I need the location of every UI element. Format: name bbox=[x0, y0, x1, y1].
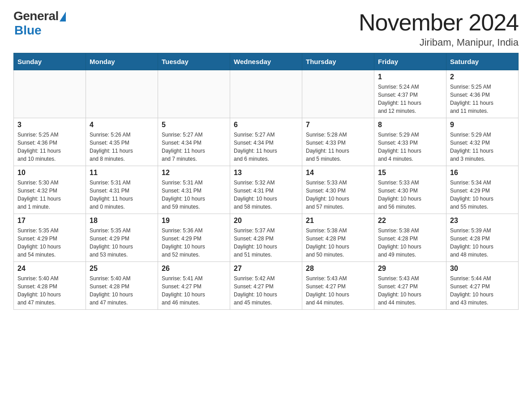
day-number: 22 bbox=[378, 217, 442, 225]
logo-blue-text: Blue bbox=[14, 23, 42, 38]
logo-triangle-icon bbox=[60, 12, 66, 21]
calendar-cell: 19Sunrise: 5:36 AMSunset: 4:29 PMDayligh… bbox=[158, 214, 230, 262]
day-number: 5 bbox=[162, 121, 226, 129]
calendar-header: SundayMondayTuesdayWednesdayThursdayFrid… bbox=[14, 53, 519, 70]
day-info: Sunrise: 5:34 AMSunset: 4:29 PMDaylight:… bbox=[450, 179, 515, 211]
calendar-cell: 22Sunrise: 5:38 AMSunset: 4:28 PMDayligh… bbox=[374, 214, 446, 262]
day-info: Sunrise: 5:43 AMSunset: 4:27 PMDaylight:… bbox=[306, 274, 370, 307]
calendar-cell: 18Sunrise: 5:35 AMSunset: 4:29 PMDayligh… bbox=[86, 214, 158, 262]
day-info: Sunrise: 5:25 AMSunset: 4:36 PMDaylight:… bbox=[450, 83, 515, 115]
page-header: General Blue November 2024 Jiribam, Mani… bbox=[13, 9, 519, 48]
calendar-cell bbox=[230, 70, 302, 118]
calendar-cell: 27Sunrise: 5:42 AMSunset: 4:27 PMDayligh… bbox=[230, 262, 302, 310]
calendar-cell: 4Sunrise: 5:26 AMSunset: 4:35 PMDaylight… bbox=[86, 118, 158, 166]
calendar-cell: 1Sunrise: 5:24 AMSunset: 4:37 PMDaylight… bbox=[374, 70, 446, 118]
weekday-header-tuesday: Tuesday bbox=[158, 53, 230, 70]
day-info: Sunrise: 5:33 AMSunset: 4:30 PMDaylight:… bbox=[306, 179, 370, 211]
calendar-cell: 30Sunrise: 5:44 AMSunset: 4:27 PMDayligh… bbox=[446, 262, 519, 310]
day-info: Sunrise: 5:35 AMSunset: 4:29 PMDaylight:… bbox=[90, 227, 154, 259]
weekday-header-saturday: Saturday bbox=[446, 53, 519, 70]
day-number: 8 bbox=[378, 121, 442, 129]
day-number: 3 bbox=[17, 121, 82, 129]
day-number: 26 bbox=[162, 265, 226, 273]
calendar-cell bbox=[302, 70, 374, 118]
day-info: Sunrise: 5:35 AMSunset: 4:29 PMDaylight:… bbox=[17, 227, 82, 259]
location-text: Jiribam, Manipur, India bbox=[359, 37, 519, 48]
calendar-cell: 29Sunrise: 5:43 AMSunset: 4:27 PMDayligh… bbox=[374, 262, 446, 310]
day-number: 4 bbox=[90, 121, 154, 129]
weekday-header-thursday: Thursday bbox=[302, 53, 374, 70]
day-number: 11 bbox=[90, 169, 154, 177]
day-info: Sunrise: 5:33 AMSunset: 4:30 PMDaylight:… bbox=[378, 179, 442, 211]
day-info: Sunrise: 5:27 AMSunset: 4:34 PMDaylight:… bbox=[234, 131, 298, 163]
day-number: 1 bbox=[378, 73, 442, 81]
day-number: 19 bbox=[162, 217, 226, 225]
title-section: November 2024 Jiribam, Manipur, India bbox=[359, 9, 519, 48]
day-info: Sunrise: 5:40 AMSunset: 4:28 PMDaylight:… bbox=[90, 274, 154, 307]
day-info: Sunrise: 5:26 AMSunset: 4:35 PMDaylight:… bbox=[90, 131, 154, 163]
weekday-header-row: SundayMondayTuesdayWednesdayThursdayFrid… bbox=[14, 53, 519, 70]
logo: General Blue bbox=[13, 9, 66, 38]
day-number: 7 bbox=[306, 121, 370, 129]
calendar-week-row: 10Sunrise: 5:30 AMSunset: 4:32 PMDayligh… bbox=[14, 166, 519, 214]
weekday-header-monday: Monday bbox=[86, 53, 158, 70]
calendar-week-row: 1Sunrise: 5:24 AMSunset: 4:37 PMDaylight… bbox=[14, 70, 519, 118]
calendar-week-row: 24Sunrise: 5:40 AMSunset: 4:28 PMDayligh… bbox=[14, 262, 519, 310]
calendar-cell: 3Sunrise: 5:25 AMSunset: 4:36 PMDaylight… bbox=[14, 118, 86, 166]
calendar-cell: 16Sunrise: 5:34 AMSunset: 4:29 PMDayligh… bbox=[446, 166, 519, 214]
weekday-header-friday: Friday bbox=[374, 53, 446, 70]
day-info: Sunrise: 5:31 AMSunset: 4:31 PMDaylight:… bbox=[90, 179, 154, 211]
calendar-cell: 8Sunrise: 5:29 AMSunset: 4:33 PMDaylight… bbox=[374, 118, 446, 166]
day-number: 9 bbox=[450, 121, 515, 129]
calendar-cell bbox=[14, 70, 86, 118]
calendar-body: 1Sunrise: 5:24 AMSunset: 4:37 PMDaylight… bbox=[14, 70, 519, 310]
day-number: 13 bbox=[234, 169, 298, 177]
day-number: 15 bbox=[378, 169, 442, 177]
day-info: Sunrise: 5:27 AMSunset: 4:34 PMDaylight:… bbox=[162, 131, 226, 163]
day-number: 21 bbox=[306, 217, 370, 225]
calendar-cell: 25Sunrise: 5:40 AMSunset: 4:28 PMDayligh… bbox=[86, 262, 158, 310]
day-info: Sunrise: 5:29 AMSunset: 4:32 PMDaylight:… bbox=[450, 131, 515, 163]
day-number: 12 bbox=[162, 169, 226, 177]
calendar-cell bbox=[86, 70, 158, 118]
day-number: 23 bbox=[450, 217, 515, 225]
day-info: Sunrise: 5:42 AMSunset: 4:27 PMDaylight:… bbox=[234, 274, 298, 307]
day-number: 18 bbox=[90, 217, 154, 225]
calendar-cell: 20Sunrise: 5:37 AMSunset: 4:28 PMDayligh… bbox=[230, 214, 302, 262]
day-info: Sunrise: 5:28 AMSunset: 4:33 PMDaylight:… bbox=[306, 131, 370, 163]
calendar-week-row: 17Sunrise: 5:35 AMSunset: 4:29 PMDayligh… bbox=[14, 214, 519, 262]
calendar-cell: 23Sunrise: 5:39 AMSunset: 4:28 PMDayligh… bbox=[446, 214, 519, 262]
calendar-cell: 15Sunrise: 5:33 AMSunset: 4:30 PMDayligh… bbox=[374, 166, 446, 214]
day-info: Sunrise: 5:30 AMSunset: 4:32 PMDaylight:… bbox=[17, 179, 82, 211]
calendar-cell bbox=[158, 70, 230, 118]
day-info: Sunrise: 5:38 AMSunset: 4:28 PMDaylight:… bbox=[306, 227, 370, 259]
day-number: 16 bbox=[450, 169, 515, 177]
day-number: 17 bbox=[17, 217, 82, 225]
calendar-cell: 11Sunrise: 5:31 AMSunset: 4:31 PMDayligh… bbox=[86, 166, 158, 214]
day-info: Sunrise: 5:43 AMSunset: 4:27 PMDaylight:… bbox=[378, 274, 442, 307]
day-number: 2 bbox=[450, 73, 515, 81]
day-info: Sunrise: 5:25 AMSunset: 4:36 PMDaylight:… bbox=[17, 131, 82, 163]
calendar-cell: 28Sunrise: 5:43 AMSunset: 4:27 PMDayligh… bbox=[302, 262, 374, 310]
calendar-cell: 14Sunrise: 5:33 AMSunset: 4:30 PMDayligh… bbox=[302, 166, 374, 214]
calendar-cell: 7Sunrise: 5:28 AMSunset: 4:33 PMDaylight… bbox=[302, 118, 374, 166]
logo-general-text: General bbox=[13, 9, 59, 23]
day-number: 14 bbox=[306, 169, 370, 177]
day-info: Sunrise: 5:29 AMSunset: 4:33 PMDaylight:… bbox=[378, 131, 442, 163]
day-number: 10 bbox=[17, 169, 82, 177]
day-number: 6 bbox=[234, 121, 298, 129]
calendar-table: SundayMondayTuesdayWednesdayThursdayFrid… bbox=[13, 53, 519, 310]
weekday-header-sunday: Sunday bbox=[14, 53, 86, 70]
calendar-cell: 2Sunrise: 5:25 AMSunset: 4:36 PMDaylight… bbox=[446, 70, 519, 118]
calendar-cell: 26Sunrise: 5:41 AMSunset: 4:27 PMDayligh… bbox=[158, 262, 230, 310]
calendar-cell: 9Sunrise: 5:29 AMSunset: 4:32 PMDaylight… bbox=[446, 118, 519, 166]
day-number: 27 bbox=[234, 265, 298, 273]
day-number: 20 bbox=[234, 217, 298, 225]
day-number: 25 bbox=[90, 265, 154, 273]
calendar-cell: 6Sunrise: 5:27 AMSunset: 4:34 PMDaylight… bbox=[230, 118, 302, 166]
day-info: Sunrise: 5:40 AMSunset: 4:28 PMDaylight:… bbox=[17, 274, 82, 307]
calendar-week-row: 3Sunrise: 5:25 AMSunset: 4:36 PMDaylight… bbox=[14, 118, 519, 166]
day-info: Sunrise: 5:41 AMSunset: 4:27 PMDaylight:… bbox=[162, 274, 226, 307]
day-number: 24 bbox=[17, 265, 82, 273]
day-info: Sunrise: 5:24 AMSunset: 4:37 PMDaylight:… bbox=[378, 83, 442, 115]
